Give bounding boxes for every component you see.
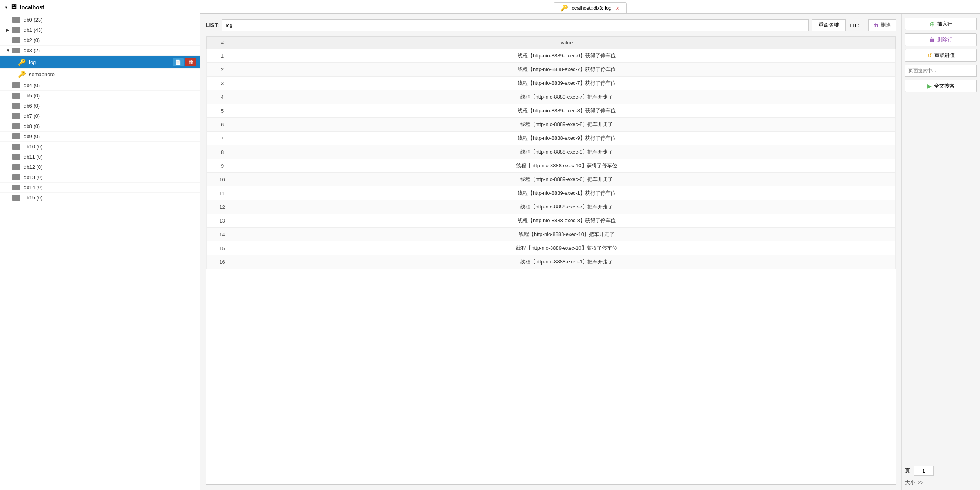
row-num: 7 bbox=[207, 132, 238, 145]
delete-row-button[interactable]: 🗑 删除行 bbox=[905, 33, 977, 46]
db-icon bbox=[12, 93, 20, 99]
sidebar: ▼ 🖥 localhost db0 (23) ▶ db1 (43) db2 (0… bbox=[0, 0, 200, 490]
data-panel: LIST: 重命名键 TTL: -1 🗑 删除 # value bbox=[200, 14, 901, 490]
root-label: localhost bbox=[20, 4, 44, 11]
table-row[interactable]: 6 线程【http-nio-8889-exec-8】把车开走了 bbox=[207, 118, 896, 132]
server-icon: 🖥 bbox=[10, 3, 17, 11]
table-row[interactable]: 4 线程【http-nio-8889-exec-7】把车开走了 bbox=[207, 90, 896, 104]
db-icon bbox=[12, 195, 20, 201]
row-num: 8 bbox=[207, 145, 238, 159]
list-name-input[interactable] bbox=[222, 19, 809, 31]
db-icon bbox=[12, 48, 20, 53]
db-icon bbox=[12, 37, 20, 43]
row-value: 线程【http-nio-8888-exec-9】获得了停车位 bbox=[238, 132, 896, 145]
row-value: 线程【http-nio-8888-exec-7】获得了停车位 bbox=[238, 63, 896, 77]
sidebar-item-db5[interactable]: db5 (0) bbox=[0, 91, 200, 101]
sidebar-item-db11[interactable]: db11 (0) bbox=[0, 152, 200, 162]
sidebar-item-db12[interactable]: db12 (0) bbox=[0, 162, 200, 172]
tab-key-icon: 🔑 bbox=[560, 4, 568, 12]
row-num: 16 bbox=[207, 255, 238, 269]
row-num: 11 bbox=[207, 186, 238, 200]
delete-key-button[interactable]: 🗑 删除 bbox=[868, 19, 896, 31]
row-value: 线程【http-nio-8888-exec-7】把车开走了 bbox=[238, 200, 896, 214]
sidebar-item-db6[interactable]: db6 (0) bbox=[0, 101, 200, 111]
row-value: 线程【http-nio-8889-exec-7】把车开走了 bbox=[238, 90, 896, 104]
table-row[interactable]: 15 线程【http-nio-8889-exec-10】获得了停车位 bbox=[207, 241, 896, 255]
row-num: 3 bbox=[207, 77, 238, 90]
row-num: 15 bbox=[207, 241, 238, 255]
table-row[interactable]: 1 线程【http-nio-8889-exec-6】获得了停车位 bbox=[207, 49, 896, 63]
row-value: 线程【http-nio-8889-exec-8】把车开走了 bbox=[238, 118, 896, 132]
row-value: 线程【http-nio-8888-exec-1】把车开走了 bbox=[238, 255, 896, 269]
sidebar-item-log[interactable]: 🔑 log 📄 🗑 bbox=[0, 56, 200, 69]
page-search-input[interactable] bbox=[905, 65, 977, 77]
table-row[interactable]: 8 线程【http-nio-8888-exec-9】把车开走了 bbox=[207, 145, 896, 159]
sidebar-item-db14[interactable]: db14 (0) bbox=[0, 183, 200, 193]
table-row[interactable]: 16 线程【http-nio-8888-exec-1】把车开走了 bbox=[207, 255, 896, 269]
table-row[interactable]: 10 线程【http-nio-8889-exec-6】把车开走了 bbox=[207, 173, 896, 186]
trash-icon: 🗑 bbox=[874, 22, 879, 28]
table-row[interactable]: 5 线程【http-nio-8889-exec-8】获得了停车位 bbox=[207, 104, 896, 118]
plus-icon: ⊕ bbox=[930, 20, 935, 28]
row-value: 线程【http-nio-8889-exec-6】把车开走了 bbox=[238, 173, 896, 186]
sidebar-item-db9[interactable]: db9 (0) bbox=[0, 132, 200, 142]
row-num: 1 bbox=[207, 49, 238, 63]
table-row[interactable]: 12 线程【http-nio-8888-exec-7】把车开走了 bbox=[207, 200, 896, 214]
db-icon bbox=[12, 174, 20, 180]
col-header-value: value bbox=[238, 37, 896, 49]
table-row[interactable]: 11 线程【http-nio-8889-exec-1】获得了停车位 bbox=[207, 186, 896, 200]
db-icon bbox=[12, 144, 20, 150]
row-value: 线程【http-nio-8888-exec-9】把车开走了 bbox=[238, 145, 896, 159]
row-num: 6 bbox=[207, 118, 238, 132]
content-area: LIST: 重命名键 TTL: -1 🗑 删除 # value bbox=[200, 14, 980, 490]
page-label: 页: bbox=[905, 467, 912, 474]
row-value: 线程【http-nio-8889-exec-1】获得了停车位 bbox=[238, 186, 896, 200]
delete-key-icon[interactable]: 🗑 bbox=[185, 58, 196, 66]
list-toolbar: LIST: 重命名键 TTL: -1 🗑 删除 bbox=[206, 19, 896, 31]
db-icon bbox=[12, 154, 20, 160]
table-row[interactable]: 2 线程【http-nio-8888-exec-7】获得了停车位 bbox=[207, 63, 896, 77]
rename-key-button[interactable]: 重命名键 bbox=[812, 19, 846, 31]
db-icon bbox=[12, 185, 20, 190]
table-row[interactable]: 7 线程【http-nio-8888-exec-9】获得了停车位 bbox=[207, 132, 896, 145]
page-number-input[interactable] bbox=[914, 466, 934, 476]
row-value: 线程【http-nio-8889-exec-10】获得了停车位 bbox=[238, 241, 896, 255]
row-value: 线程【http-nio-8888-exec-10】把车开走了 bbox=[238, 228, 896, 241]
sidebar-item-db10[interactable]: db10 (0) bbox=[0, 142, 200, 152]
tab-close-button[interactable]: ✕ bbox=[615, 5, 620, 11]
table-row[interactable]: 13 线程【http-nio-8888-exec-8】获得了停车位 bbox=[207, 214, 896, 228]
row-num: 14 bbox=[207, 228, 238, 241]
db-icon bbox=[12, 133, 20, 139]
tab-log[interactable]: 🔑 localhost::db3::log ✕ bbox=[554, 2, 627, 13]
sidebar-item-db7[interactable]: db7 (0) bbox=[0, 111, 200, 121]
sidebar-root[interactable]: ▼ 🖥 localhost bbox=[0, 0, 200, 15]
sidebar-item-semaphore[interactable]: 🔑 semaphore bbox=[0, 69, 200, 80]
sidebar-item-db2[interactable]: db2 (0) bbox=[0, 35, 200, 46]
sidebar-item-db15[interactable]: db15 (0) bbox=[0, 193, 200, 203]
data-table: # value 1 线程【http-nio-8889-exec-6】获得了停车位… bbox=[206, 36, 896, 269]
table-row[interactable]: 14 线程【http-nio-8888-exec-10】把车开走了 bbox=[207, 228, 896, 241]
sidebar-item-db4[interactable]: db4 (0) bbox=[0, 80, 200, 91]
fulltext-search-button[interactable]: ▶ 全文搜索 bbox=[905, 80, 977, 92]
table-row[interactable]: 3 线程【http-nio-8889-exec-7】获得了停车位 bbox=[207, 77, 896, 90]
arrow-icon: ▼ bbox=[6, 48, 12, 53]
tab-title: localhost::db3::log bbox=[571, 5, 612, 11]
sidebar-item-db0[interactable]: db0 (23) bbox=[0, 15, 200, 25]
sidebar-item-db3[interactable]: ▼ db3 (2) bbox=[0, 46, 200, 56]
data-table-container: # value 1 线程【http-nio-8889-exec-6】获得了停车位… bbox=[206, 36, 896, 485]
reload-key-button[interactable]: ↺ 重载键值 bbox=[905, 49, 977, 62]
row-num: 4 bbox=[207, 90, 238, 104]
row-value: 线程【http-nio-8888-exec-10】获得了停车位 bbox=[238, 159, 896, 173]
db-icon bbox=[12, 103, 20, 109]
db-icon bbox=[12, 164, 20, 170]
col-header-num: # bbox=[207, 37, 238, 49]
insert-row-button[interactable]: ⊕ 插入行 bbox=[905, 18, 977, 30]
table-row[interactable]: 9 线程【http-nio-8888-exec-10】获得了停车位 bbox=[207, 159, 896, 173]
sidebar-item-db8[interactable]: db8 (0) bbox=[0, 121, 200, 132]
key-icon: 🔑 bbox=[18, 71, 26, 78]
reload-icon: ↺ bbox=[927, 52, 932, 59]
sidebar-item-db13[interactable]: db13 (0) bbox=[0, 172, 200, 183]
sidebar-item-db1[interactable]: ▶ db1 (43) bbox=[0, 25, 200, 35]
edit-key-icon[interactable]: 📄 bbox=[173, 58, 184, 66]
row-num: 9 bbox=[207, 159, 238, 173]
